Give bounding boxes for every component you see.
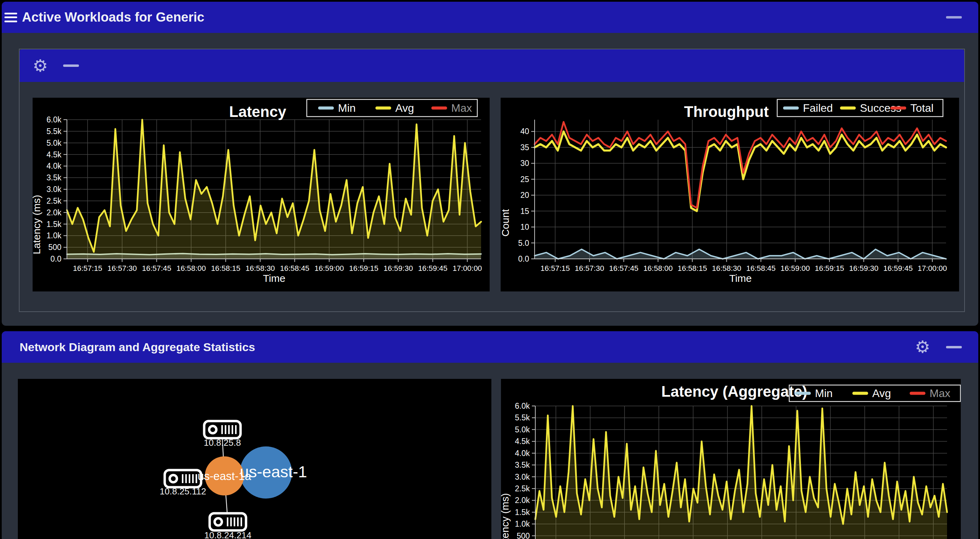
svg-text:16:58:30: 16:58:30 (712, 264, 741, 273)
svg-text:16:57:45: 16:57:45 (142, 264, 172, 273)
svg-text:Latency (ms): Latency (ms) (501, 493, 511, 539)
svg-text:5.0: 5.0 (518, 239, 529, 247)
svg-text:16:59:45: 16:59:45 (883, 264, 913, 273)
gear-icon[interactable]: ⚙ (915, 338, 930, 355)
svg-text:4.5k: 4.5k (47, 150, 62, 159)
svg-text:16:59:30: 16:59:30 (383, 264, 413, 273)
minimize-icon[interactable] (946, 346, 962, 348)
svg-text:1.0k: 1.0k (47, 231, 62, 240)
svg-text:Avg: Avg (872, 387, 891, 399)
svg-text:16:58:15: 16:58:15 (211, 264, 240, 273)
svg-text:16:59:00: 16:59:00 (781, 264, 810, 273)
svg-text:4.5k: 4.5k (515, 437, 530, 446)
svg-text:Total: Total (910, 102, 934, 114)
svg-text:5.0k: 5.0k (47, 138, 62, 147)
svg-text:Latency (ms): Latency (ms) (33, 195, 42, 254)
svg-text:0.0: 0.0 (518, 254, 529, 263)
server-node-icon[interactable] (204, 421, 240, 438)
svg-text:5.5k: 5.5k (47, 127, 62, 136)
svg-text:Time: Time (729, 273, 752, 284)
svg-text:6.0k: 6.0k (47, 115, 62, 124)
svg-text:17:00:00: 17:00:00 (918, 264, 947, 273)
svg-text:16:59:45: 16:59:45 (418, 264, 447, 273)
hamburger-icon[interactable] (5, 13, 17, 22)
svg-text:500: 500 (48, 243, 61, 252)
svg-text:Max: Max (929, 387, 950, 399)
svg-text:5.0k: 5.0k (515, 425, 530, 434)
svg-text:16:58:45: 16:58:45 (746, 264, 776, 273)
throughput-chart[interactable]: 0.05.01015202530354016:57:1516:57:3016:5… (501, 98, 959, 292)
network-section-header: Network Diagram and Aggregate Statistics… (2, 331, 978, 363)
svg-text:3.5k: 3.5k (47, 173, 62, 182)
svg-text:Failed: Failed (803, 102, 833, 114)
svg-text:17:00:00: 17:00:00 (453, 264, 482, 273)
svg-text:20: 20 (520, 191, 529, 200)
svg-text:16:57:15: 16:57:15 (541, 264, 570, 273)
svg-text:16:57:15: 16:57:15 (73, 264, 102, 273)
svg-text:1.0k: 1.0k (515, 520, 530, 528)
workloads-panel: ⚙ 0.05001.0k1.5k2.0k2.5k3.0k3.5k4.0k4.5k… (19, 49, 965, 312)
svg-text:10: 10 (520, 222, 529, 231)
svg-text:16:58:00: 16:58:00 (177, 264, 206, 273)
svg-text:Count: Count (501, 209, 511, 236)
svg-text:16:57:30: 16:57:30 (575, 264, 604, 273)
svg-text:4.0k: 4.0k (47, 162, 62, 170)
svg-text:16:59:30: 16:59:30 (849, 264, 878, 273)
network-diagram[interactable]: 10.8.25.8 10.8.25.112 10.8.24.214 us-eas… (18, 379, 492, 539)
dashboard-page: Active Workloads for Generic ⚙ 0.05001.0… (0, 0, 980, 539)
network-section: Network Diagram and Aggregate Statistics… (2, 331, 978, 539)
svg-text:500: 500 (517, 531, 530, 539)
minimize-icon[interactable] (946, 16, 962, 19)
svg-text:16:58:00: 16:58:00 (643, 264, 673, 273)
svg-text:Latency: Latency (229, 103, 286, 120)
svg-text:3.0k: 3.0k (515, 472, 530, 481)
window-titlebar: Active Workloads for Generic (2, 2, 978, 33)
svg-text:2.0k: 2.0k (515, 496, 530, 505)
svg-text:3.5k: 3.5k (515, 460, 530, 469)
svg-text:16:59:00: 16:59:00 (315, 264, 344, 273)
minimize-icon[interactable] (63, 65, 79, 67)
node-ip-label: 10.8.24.214 (204, 530, 251, 539)
aggregate-latency-chart[interactable]: 0.05001.0k1.5k2.0k2.5k3.0k3.5k4.0k4.5k5.… (501, 379, 961, 539)
svg-text:Avg: Avg (395, 102, 414, 114)
svg-text:16:59:15: 16:59:15 (815, 264, 844, 273)
svg-text:35: 35 (520, 143, 529, 152)
svg-text:1.5k: 1.5k (47, 220, 62, 229)
svg-text:16:58:45: 16:58:45 (280, 264, 310, 273)
svg-text:30: 30 (520, 159, 529, 168)
svg-text:15: 15 (520, 207, 529, 216)
latency-chart[interactable]: 0.05001.0k1.5k2.0k2.5k3.0k3.5k4.0k4.5k5.… (33, 98, 490, 292)
svg-text:5.5k: 5.5k (515, 413, 530, 422)
svg-text:3.0k: 3.0k (47, 185, 62, 194)
svg-text:0.0: 0.0 (51, 254, 61, 263)
svg-text:2.5k: 2.5k (47, 197, 62, 205)
gear-icon[interactable]: ⚙ (33, 57, 48, 75)
svg-text:1.5k: 1.5k (515, 508, 530, 517)
workloads-section: Active Workloads for Generic ⚙ 0.05001.0… (2, 2, 978, 326)
svg-text:2.0k: 2.0k (47, 208, 62, 217)
svg-text:6.0k: 6.0k (515, 401, 530, 411)
node-ip-label: 10.8.25.8 (204, 438, 241, 448)
panel-header: ⚙ (19, 49, 964, 82)
svg-text:Throughput: Throughput (684, 103, 769, 120)
svg-text:Min: Min (815, 387, 833, 399)
svg-text:16:57:30: 16:57:30 (107, 264, 137, 273)
server-node-icon[interactable] (165, 470, 201, 487)
svg-text:Latency (Aggregate): Latency (Aggregate) (661, 383, 807, 400)
svg-text:2.5k: 2.5k (515, 484, 530, 493)
svg-text:16:57:45: 16:57:45 (609, 264, 639, 273)
svg-text:16:58:15: 16:58:15 (678, 264, 707, 273)
svg-text:16:59:15: 16:59:15 (349, 264, 379, 273)
svg-text:Max: Max (451, 102, 472, 114)
svg-text:16:58:30: 16:58:30 (245, 264, 275, 273)
node-ip-label: 10.8.25.112 (159, 486, 206, 496)
svg-text:40: 40 (520, 127, 529, 136)
region-label: us-east-1 (240, 463, 307, 481)
page-title: Active Workloads for Generic (22, 10, 204, 25)
svg-text:Min: Min (338, 102, 356, 114)
section-title: Network Diagram and Aggregate Statistics (19, 341, 255, 354)
svg-text:4.0k: 4.0k (515, 449, 530, 458)
server-node-icon[interactable] (210, 513, 246, 530)
svg-text:25: 25 (520, 175, 529, 184)
svg-text:Time: Time (263, 273, 285, 284)
